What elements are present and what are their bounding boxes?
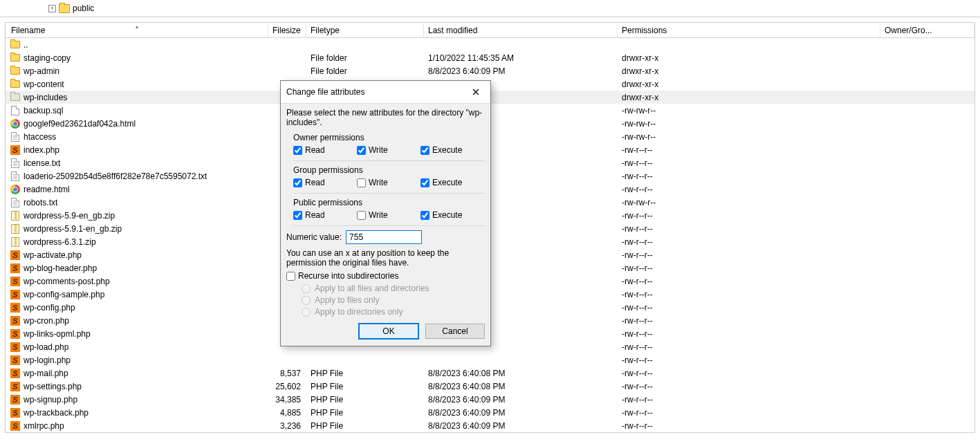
table-row[interactable]: Swp-login.php-rw-r--r-- [6,353,974,366]
file-owner [880,149,974,151]
file-type: PHP File [306,407,424,418]
owner-execute-checkbox[interactable]: Execute [420,145,484,155]
table-row[interactable]: Swp-trackback.php4,885PHP File8/8/2023 6… [6,406,974,419]
php-icon: S [10,355,21,366]
file-type: PHP File [306,420,424,431]
file-owner [880,346,974,348]
file-owner [880,412,974,414]
file-perm: -rw-r--r-- [618,276,880,287]
file-name: wp-content [24,80,64,89]
file-owner [880,97,974,98]
header-lastmodified[interactable]: Last modified [424,24,618,37]
file-name: wp-includes [24,93,67,102]
table-row[interactable]: Sxmlrpc.php3,236PHP File8/8/2023 6:40:09… [6,419,974,432]
php-icon: S [10,342,21,353]
file-name: wp-config.php [24,303,75,313]
apply-dirs-radio: Apply to directories only [302,307,485,317]
group-read-checkbox[interactable]: Read [293,178,357,187]
public-execute-checkbox[interactable]: Execute [420,210,484,220]
file-perm: -rw-r--r-- [618,381,880,392]
file-type: PHP File [306,368,424,379]
file-date [424,360,618,361]
php-icon: S [10,263,21,274]
file-name: htaccess [24,132,56,142]
cancel-button[interactable]: Cancel [425,324,485,339]
table-row[interactable]: Swp-mail.php8,537PHP File8/8/2023 6:40:0… [6,366,974,380]
folder-muted-icon [10,92,21,103]
group-perm-label: Group permissions [293,165,485,175]
php-icon: S [10,276,21,287]
file-type: File folder [306,53,424,64]
public-perm-label: Public permissions [293,198,485,207]
php-icon: S [10,381,21,392]
file-owner [880,84,974,85]
zip-icon [10,210,21,221]
table-row[interactable]: wp-adminFile folder8/8/2023 6:40:09 PMdr… [6,64,974,77]
php-icon: S [10,302,21,313]
table-row[interactable]: Swp-settings.php25,602PHP File8/8/2023 6… [6,380,974,393]
owner-perm-label: Owner permissions [293,133,485,142]
file-perm: -rw-r--r-- [618,158,880,169]
file-owner [880,399,974,400]
dialog-titlebar[interactable]: Change file attributes [281,81,490,104]
file-name: loaderio-25092b54d5e8ff6f282e78e7c559507… [24,171,207,181]
file-date: 8/8/2023 6:40:08 PM [424,381,618,392]
numeric-value-input[interactable] [346,230,422,244]
owner-write-checkbox[interactable]: Write [357,145,420,155]
table-row[interactable]: staging-copyFile folder1/10/2022 11:45:3… [6,51,974,64]
header-filename[interactable]: Filename▴ [6,24,268,37]
file-perm: -rw-rw-r-- [618,197,880,208]
public-read-checkbox[interactable]: Read [293,210,357,220]
file-name: wp-load.php [24,342,68,352]
group-write-checkbox[interactable]: Write [357,178,420,187]
directory-tree-row[interactable]: + public [0,0,980,17]
file-name: wp-trackback.php [24,408,89,418]
file-size: 25,602 [268,381,306,392]
file-date: 8/8/2023 6:40:09 PM [424,407,618,418]
dialog-hint: You can use an x at any position to keep… [286,248,485,268]
file-owner [880,162,974,164]
file-size [268,360,306,361]
file-name: backup.sql [24,106,63,115]
file-perm: -rw-r--r-- [618,250,880,261]
chrome-icon [10,184,21,195]
file-name: wp-activate.php [24,250,82,260]
file-owner [880,110,974,111]
ok-button[interactable]: OK [359,324,418,339]
file-name: wordpress-5.9-en_gb.zip [24,211,115,221]
file-perm: -rw-r--r-- [618,223,880,234]
header-ownergroup[interactable]: Owner/Gro... [880,24,974,37]
file-date: 8/8/2023 6:40:09 PM [424,66,618,77]
expand-icon[interactable]: + [48,5,56,12]
file-type: PHP File [306,394,424,405]
file-name: wp-login.php [24,355,71,365]
file-owner [880,281,974,282]
php-icon: S [10,407,21,418]
group-execute-checkbox[interactable]: Execute [420,178,484,187]
header-filetype[interactable]: Filetype [306,24,424,37]
header-permissions[interactable]: Permissions [618,24,880,37]
file-name: wordpress-6.3.1.zip [24,237,96,247]
file-perm [618,44,880,46]
owner-read-checkbox[interactable]: Read [293,145,357,155]
file-name: wp-links-opml.php [24,329,91,339]
file-type [306,360,424,361]
file-date [424,44,618,46]
header-filesize[interactable]: Filesize [268,24,306,37]
close-icon[interactable] [467,85,485,99]
file-name: wordpress-5.9.1-en_gb.zip [24,224,122,234]
file-name: googlef9ed23621daf042a.html [24,119,136,129]
dialog-title-text: Change file attributes [286,87,364,97]
file-size: 34,385 [268,394,306,405]
file-perm: -rw-r--r-- [618,328,880,340]
table-row[interactable]: Swp-signup.php34,385PHP File8/8/2023 6:4… [6,393,974,406]
table-row[interactable]: .. [6,38,974,51]
recurse-checkbox[interactable]: Recurse into subdirectories [286,271,485,281]
file-perm: -rw-rw-r-- [618,131,880,142]
public-write-checkbox[interactable]: Write [357,210,420,220]
file-size [268,71,306,72]
file-size [268,44,306,46]
file-name: wp-signup.php [24,395,77,405]
apply-files-radio: Apply to files only [302,295,485,305]
file-perm: drwxr-xr-x [618,66,880,77]
